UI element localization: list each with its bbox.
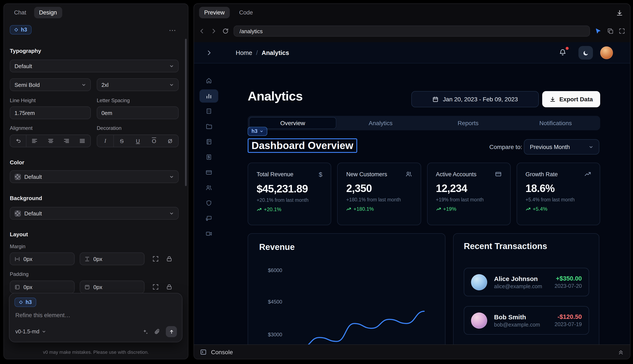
chevron-down-icon — [169, 174, 174, 179]
user-avatar[interactable] — [600, 46, 613, 59]
send-button[interactable] — [166, 326, 177, 337]
notifications-button[interactable] — [559, 48, 567, 57]
tab-design[interactable]: Design — [34, 7, 62, 18]
trending-up-icon — [257, 207, 262, 212]
align-center-button[interactable] — [43, 135, 59, 147]
strikethrough-button[interactable]: S — [114, 135, 130, 147]
tab-reports[interactable]: Reports — [425, 117, 512, 129]
revenue-line-chart — [248, 234, 446, 345]
italic-button[interactable]: I — [97, 135, 114, 147]
stat-card-total-revenue: Total Revenue$ $45,231.89 +20.1% from la… — [248, 163, 331, 225]
nav-analytics-icon[interactable] — [205, 92, 212, 99]
overline-button[interactable]: O — [146, 135, 162, 147]
nav-messages-icon[interactable] — [205, 215, 212, 222]
url-input[interactable]: /analytics — [234, 26, 590, 36]
stat-card-growth-rate: Growth Rate 18.6% +5.4% from last month … — [517, 163, 600, 225]
chevrons-up-icon[interactable] — [618, 349, 624, 355]
bell-icon — [559, 48, 566, 56]
lock-icon[interactable] — [166, 284, 173, 290]
console-bar[interactable]: Console — [194, 344, 630, 359]
line-height-input[interactable]: 1.75rem — [10, 106, 91, 119]
section-heading: Dashboard Overview — [252, 139, 353, 152]
font-size-select[interactable]: 2xl — [97, 78, 179, 91]
transaction-row[interactable]: Alice Johnson alice@example.com +$350.00… — [464, 268, 589, 296]
theme-toggle-button[interactable] — [578, 46, 593, 60]
inspect-cursor-icon[interactable] — [595, 28, 601, 34]
revenue-chart-card: Revenue $6000 $4500 $3000 — [248, 233, 446, 345]
moon-icon — [582, 50, 589, 56]
forward-icon[interactable] — [210, 28, 217, 34]
no-decoration-button[interactable]: Ø — [162, 135, 178, 147]
expand-sides-icon[interactable] — [152, 256, 159, 262]
back-icon[interactable] — [199, 28, 205, 34]
export-data-button[interactable]: Export Data — [542, 91, 600, 107]
selected-element-badge[interactable]: h3 — [10, 25, 31, 34]
margin-label: Margin — [10, 244, 25, 250]
sparkles-icon[interactable] — [142, 328, 148, 335]
revenue-line-path — [302, 311, 424, 345]
underline-button[interactable]: U — [130, 135, 146, 147]
nav-home-icon[interactable] — [205, 77, 212, 84]
disclaimer-text: v0 may make mistakes. Please use with di… — [4, 350, 188, 355]
nav-security-icon[interactable] — [205, 200, 212, 206]
nav-payments-icon[interactable] — [205, 169, 212, 176]
selection-tag-badge[interactable]: h3 — [248, 127, 267, 136]
padding-vertical-input[interactable]: 0px — [80, 280, 144, 293]
background-select[interactable]: Default — [10, 207, 179, 220]
lock-icon[interactable] — [166, 256, 173, 262]
color-select[interactable]: Default — [10, 170, 179, 183]
sidebar-toggle-icon[interactable] — [205, 50, 212, 56]
letter-spacing-label: Letter Spacing — [97, 98, 130, 104]
paperclip-icon[interactable] — [154, 328, 160, 335]
letter-spacing-input[interactable]: 0em — [97, 106, 179, 119]
date-range-button[interactable]: Jan 20, 2023 - Feb 09, 2023 — [411, 91, 539, 107]
align-justify-button[interactable] — [74, 135, 90, 147]
nav-members-icon[interactable] — [205, 184, 212, 191]
model-select[interactable]: v0-1.5-md — [15, 329, 46, 334]
stat-cards: Total Revenue$ $45,231.89 +20.1% from la… — [248, 163, 600, 225]
download-icon — [549, 96, 556, 102]
reset-alignment-button[interactable] — [10, 135, 27, 147]
padding-horizontal-input[interactable]: 0px — [10, 280, 75, 293]
margin-horizontal-icon — [15, 256, 20, 262]
font-weight-select[interactable]: Semi Bold — [10, 78, 91, 91]
breadcrumb-home[interactable]: Home — [236, 50, 252, 56]
copy-window-icon[interactable] — [607, 28, 614, 34]
stat-card-new-customers: New Customers 2,350 +180.1% from last mo… — [337, 163, 421, 225]
tab-notifications[interactable]: Notifications — [512, 117, 599, 129]
nav-notes-icon[interactable] — [205, 138, 212, 145]
calendar-icon — [432, 96, 439, 102]
font-family-select[interactable]: Default — [10, 60, 179, 72]
composer-element-badge[interactable]: h3 — [15, 298, 36, 307]
nav-organization-icon[interactable] — [205, 108, 212, 114]
nav-invoices-icon[interactable] — [205, 154, 212, 160]
align-left-button[interactable] — [27, 135, 43, 147]
dashboard-tabs: Overview Analytics Reports Notifications — [248, 116, 600, 130]
refine-composer[interactable]: h3 Refine this element… v0-1.5-md — [9, 293, 182, 342]
tab-analytics[interactable]: Analytics — [337, 117, 424, 129]
fullscreen-icon[interactable] — [618, 28, 625, 34]
nav-projects-icon[interactable] — [205, 123, 212, 130]
expand-sides-icon[interactable] — [152, 284, 159, 290]
console-label: Console — [211, 348, 233, 355]
stat-card-active-accounts: Active Accounts 12,234 +19% from last mo… — [427, 163, 511, 225]
selected-heading-outline[interactable]: Dashboard Overview — [248, 138, 357, 153]
overflow-menu-icon[interactable]: ⋯ — [169, 26, 177, 35]
margin-horizontal-input[interactable]: 0px — [10, 252, 75, 265]
decoration-group: I S U O Ø — [97, 134, 179, 147]
tab-chat[interactable]: Chat — [9, 7, 31, 18]
v0-workspace: Chat Design h3 ⋯ Typography Default Semi… — [0, 0, 633, 364]
align-right-button[interactable] — [58, 135, 74, 147]
download-icon[interactable] — [616, 9, 623, 16]
margin-vertical-input[interactable]: 0px — [80, 252, 144, 265]
preview-viewport: Home / Analytics — [194, 42, 630, 345]
refresh-icon[interactable] — [222, 28, 229, 34]
tab-code[interactable]: Code — [234, 7, 258, 18]
compare-select[interactable]: Previous Month — [524, 139, 599, 154]
composer-input[interactable]: Refine this element… — [15, 312, 70, 318]
sidebar-scrollbar[interactable] — [185, 39, 187, 186]
tab-preview[interactable]: Preview — [199, 7, 230, 18]
transaction-row[interactable]: Bob Smith bob@example.com -$120.50 2023-… — [464, 306, 589, 334]
transaction-name: Alice Johnson — [494, 275, 542, 282]
nav-video-icon[interactable] — [205, 230, 212, 237]
